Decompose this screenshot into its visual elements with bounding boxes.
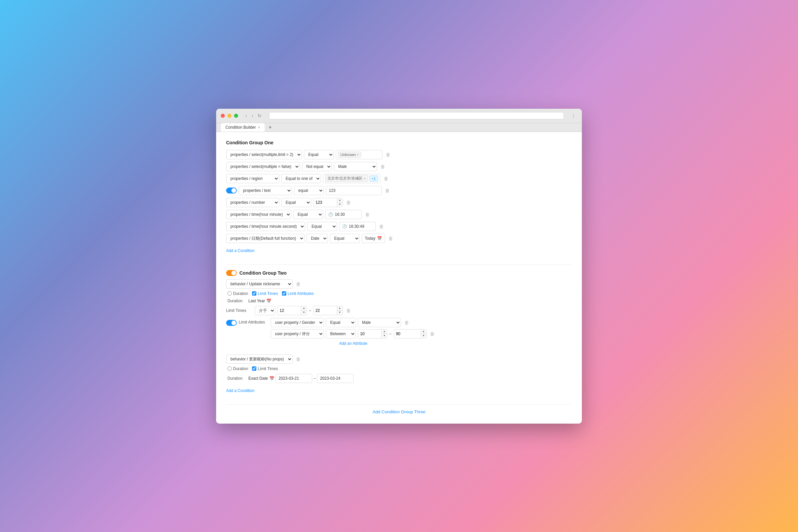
attr-field-1[interactable]: user property / Gender xyxy=(271,318,324,327)
field-select-2[interactable]: properties / select(multiple = false) xyxy=(226,162,300,171)
field-select-3[interactable]: properties / region xyxy=(226,174,279,183)
toggle-4[interactable] xyxy=(226,188,237,193)
limit-times-max-input[interactable] xyxy=(314,307,337,314)
maximize-icon[interactable] xyxy=(234,114,238,118)
behavior-delete-1[interactable]: 🗑 xyxy=(294,280,302,288)
operator-select-2[interactable]: Not equal xyxy=(302,162,332,171)
behavior-delete-2[interactable]: 🗑 xyxy=(294,355,302,363)
condition-row-8: properties / 日期(Default full function) D… xyxy=(226,234,572,243)
date-from-value: 2023-03-21 xyxy=(279,376,299,381)
add-condition-group-btn[interactable]: Add Condition Group Three xyxy=(373,409,425,414)
operator-select-8[interactable]: Equal xyxy=(330,234,360,243)
browser-content: Condition Group One properties / select(… xyxy=(216,132,582,424)
value-select-2[interactable]: Male xyxy=(334,162,377,171)
address-bar[interactable] xyxy=(269,112,564,119)
toggle-group-two[interactable] xyxy=(226,270,237,276)
spin-down-5[interactable]: ▼ xyxy=(337,203,342,207)
limit-times-delete[interactable]: 🗑 xyxy=(345,307,352,315)
checkbox-limit-times[interactable]: Limit Times xyxy=(252,291,278,296)
spin-up-lt-max[interactable]: ▲ xyxy=(337,306,342,310)
forward-button[interactable]: › xyxy=(250,112,255,119)
number-value-5[interactable] xyxy=(314,199,337,206)
spin-up-a2-max[interactable]: ▲ xyxy=(421,329,426,334)
checkbox-limit-times-input-2[interactable] xyxy=(252,366,256,371)
behavior-field-1[interactable]: behavior / Update nickname xyxy=(226,279,292,289)
checkbox-limit-times-2[interactable]: Limit Times xyxy=(252,366,278,371)
checkbox-limit-times-input[interactable] xyxy=(252,291,256,296)
field-select-8[interactable]: properties / 日期(Default full function) xyxy=(226,234,305,243)
field-select-6[interactable]: properties / time(hour minute) xyxy=(226,210,291,219)
minimize-icon[interactable] xyxy=(227,114,231,118)
delete-btn-1[interactable]: 🗑 xyxy=(384,151,392,158)
delete-btn-3[interactable]: 🗑 xyxy=(382,174,390,183)
operator-select-1[interactable]: Equal xyxy=(304,150,334,159)
tag-unknown: Unknown × xyxy=(338,152,361,158)
attr-val-1[interactable]: Male xyxy=(358,318,401,327)
field-select-1[interactable]: properties / select(multiple,limit = 2) xyxy=(226,150,302,159)
attr-field-2[interactable]: user property / 评分 xyxy=(271,329,324,339)
date-type-select-8[interactable]: Date xyxy=(307,234,328,243)
new-tab-button[interactable]: + xyxy=(266,123,274,132)
date-from: 2023-03-21 xyxy=(276,374,312,383)
field-select-7[interactable]: properties / time(hour minute second) xyxy=(226,222,305,231)
spin-up-a2-min[interactable]: ▲ xyxy=(382,329,387,334)
delete-btn-2[interactable]: 🗑 xyxy=(379,163,386,171)
radio-duration-input-2[interactable] xyxy=(227,366,232,371)
attr-row-1: user property / Gender Equal Male 🗑 xyxy=(271,318,436,327)
duration-row-2: Duration Exact Date 📅 2023-03-21 – 2023-… xyxy=(226,374,572,383)
behavior-row-1: behavior / Update nickname 🗑 xyxy=(226,279,572,289)
attr-max-input-2[interactable] xyxy=(394,330,421,338)
operator-select-6[interactable]: Equal xyxy=(293,210,323,219)
delete-btn-5[interactable]: 🗑 xyxy=(345,198,352,207)
menu-button[interactable]: ⋮ xyxy=(570,112,577,119)
tab-close-icon[interactable]: × xyxy=(258,125,260,129)
time-input-6: 🕐 16:30 xyxy=(325,210,362,219)
add-attr-btn[interactable]: Add an Attribute xyxy=(271,341,436,346)
checkbox-limit-times-label-2: Limit Times xyxy=(258,366,278,371)
close-icon[interactable] xyxy=(221,114,225,118)
limit-times-operator[interactable]: 介于 xyxy=(255,306,275,315)
operator-select-5[interactable]: Equal xyxy=(281,198,311,207)
behavior-field-2[interactable]: behavior / 更新昵称(No props) xyxy=(226,355,292,364)
limit-times-min-input[interactable] xyxy=(278,307,301,314)
operator-select-4[interactable]: equal xyxy=(294,186,324,195)
field-select-5[interactable]: properties / number xyxy=(226,198,279,207)
condition-row-5: properties / number Equal ▲ ▼ 🗑 xyxy=(226,198,572,207)
attr-delete-1[interactable]: 🗑 xyxy=(403,319,410,326)
attr-op-1[interactable]: Equal xyxy=(326,318,356,327)
reload-button[interactable]: ↻ xyxy=(256,112,263,119)
checkbox-limit-attrs[interactable]: Limit Attributes xyxy=(282,291,314,296)
tag-close-region[interactable]: × xyxy=(363,176,365,180)
attr-op-2[interactable]: Between xyxy=(326,329,356,339)
nav-controls: ‹ › ↻ xyxy=(244,112,263,119)
exact-date-label: Exact Date xyxy=(248,376,268,381)
condition-row-3: properties / region Equal to one of 北京市/… xyxy=(226,174,572,183)
add-condition-btn-2[interactable]: Add a Condition xyxy=(226,387,254,394)
radio-duration[interactable]: Duration xyxy=(227,291,248,296)
delete-btn-8[interactable]: 🗑 xyxy=(387,234,394,242)
radio-duration-2[interactable]: Duration xyxy=(227,366,248,371)
spin-down-lt-max[interactable]: ▼ xyxy=(337,310,342,315)
operator-select-3[interactable]: Equal to one of xyxy=(281,174,321,183)
calendar-icon-8: 📅 xyxy=(377,236,382,241)
spin-down-lt-min[interactable]: ▼ xyxy=(301,310,307,315)
spin-up-5[interactable]: ▲ xyxy=(337,198,342,203)
tag-close-unknown[interactable]: × xyxy=(357,153,359,157)
spin-up-lt-min[interactable]: ▲ xyxy=(301,306,307,310)
add-condition-btn-1[interactable]: Add a Condition xyxy=(226,247,254,254)
field-select-4[interactable]: properties / text xyxy=(239,186,292,195)
value-input-4[interactable] xyxy=(326,186,382,195)
spin-down-a2-min[interactable]: ▼ xyxy=(382,334,387,338)
tab-condition-builder[interactable]: Condition Builder × xyxy=(221,123,265,132)
delete-btn-4[interactable]: 🗑 xyxy=(384,187,391,194)
delete-btn-7[interactable]: 🗑 xyxy=(378,223,385,230)
delete-btn-6[interactable]: 🗑 xyxy=(364,210,371,218)
toggle-limit-attrs[interactable] xyxy=(226,320,237,326)
attr-min-input-2[interactable] xyxy=(358,330,381,338)
spin-down-a2-max[interactable]: ▼ xyxy=(421,334,426,338)
back-button[interactable]: ‹ xyxy=(244,112,248,119)
checkbox-limit-attrs-input[interactable] xyxy=(282,291,286,296)
operator-select-7[interactable]: Equal xyxy=(307,222,337,231)
attr-delete-2[interactable]: 🗑 xyxy=(429,330,436,338)
radio-duration-input[interactable] xyxy=(227,291,232,296)
